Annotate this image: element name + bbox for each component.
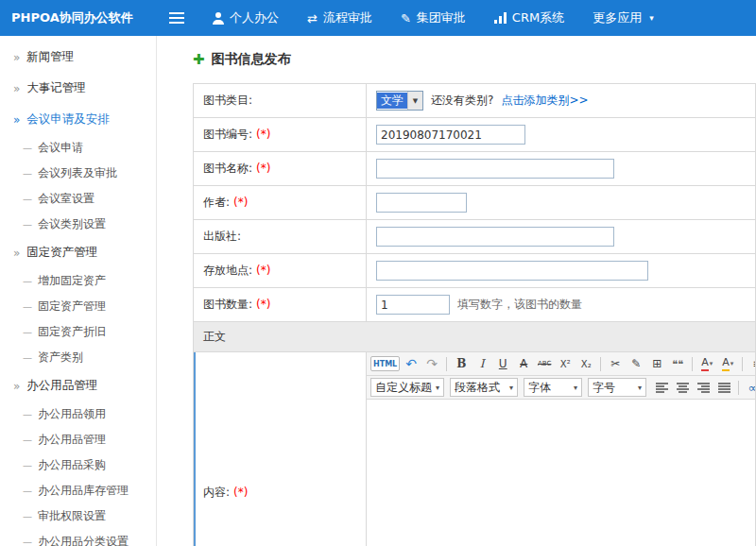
chevron-right-icon: » <box>13 247 20 259</box>
html-source-button[interactable]: HTML <box>370 356 400 371</box>
dash-icon: — <box>23 327 32 337</box>
custom-title-select[interactable]: 自定义标题 ▾ <box>370 378 444 397</box>
redo-button[interactable]: ↷ <box>422 354 441 373</box>
sidebar-item-supplies-management[interactable]: — 办公用品管理 <box>0 427 156 452</box>
eraser-button[interactable]: ✂ <box>606 354 625 373</box>
required-mark: (*) <box>256 162 270 175</box>
editor-content-area[interactable] <box>367 400 755 546</box>
format-brush-button[interactable]: ✎ <box>627 354 645 373</box>
caret-down-icon: ▾ <box>638 384 642 392</box>
align-left-button[interactable] <box>652 378 671 397</box>
location-input[interactable] <box>376 261 648 281</box>
sidebar-item-label: 会议室设置 <box>38 191 94 207</box>
sidebar-item-add-fixed-asset[interactable]: — 增加固定资产 <box>0 268 156 294</box>
blockquote-button[interactable]: ❝❝ <box>668 354 687 373</box>
dash-icon: — <box>23 409 32 419</box>
required-mark: (*) <box>256 264 270 277</box>
nav-crm-system[interactable]: CRM系统 <box>494 9 564 26</box>
sidebar-item-label: 办公用品库存管理 <box>38 483 129 499</box>
sidebar-item-meeting-list-approval[interactable]: — 会议列表及审批 <box>0 161 156 186</box>
sidebar-item-supplies-inventory[interactable]: — 办公用品库存管理 <box>0 478 156 503</box>
sidebar-item-fixed-assets[interactable]: » 固定资产管理 <box>0 237 156 268</box>
nav-more-apps[interactable]: 更多应用 ▾ <box>593 9 654 26</box>
nav-personal-office[interactable]: 个人办公 <box>212 9 279 26</box>
sidebar-item-events-management[interactable]: » 大事记管理 <box>0 73 156 104</box>
sidebar-item-approval-permission-settings[interactable]: — 审批权限设置 <box>0 503 156 529</box>
align-center-button[interactable] <box>673 378 692 397</box>
bold-button[interactable]: B <box>452 354 471 373</box>
main-content: ✚ 图书信息发布 图书类目: 文学 ▼ 还没有类别? 点击添加类别>> <box>157 36 756 546</box>
font-size-select[interactable]: 字号 ▾ <box>588 378 646 397</box>
dash-icon: — <box>23 276 32 286</box>
book-name-input[interactable] <box>376 159 614 179</box>
align-center-icon <box>677 383 689 393</box>
align-justify-button[interactable] <box>714 378 733 397</box>
align-right-button[interactable] <box>694 378 713 397</box>
sidebar-item-fixed-asset-depreciation[interactable]: — 固定资产折旧 <box>0 319 156 345</box>
user-icon <box>212 12 224 25</box>
nav-label: 更多应用 <box>593 9 642 26</box>
dash-icon: — <box>23 301 32 312</box>
sidebar-item-label: 会议申请及安排 <box>26 111 110 128</box>
dash-icon: — <box>23 537 32 546</box>
superscript-button[interactable]: X² <box>556 354 575 373</box>
sidebar-item-meeting-management[interactable]: » 会议申请及安排 <box>0 104 156 135</box>
sidebar-item-news-management[interactable]: » 新闻管理 <box>0 42 156 73</box>
sidebar-item-asset-category[interactable]: — 资产类别 <box>0 345 156 370</box>
sidebar-item-meeting-category-settings[interactable]: — 会议类别设置 <box>0 212 156 237</box>
sidebar-item-supplies-purchase[interactable]: — 办公用品采购 <box>0 452 156 478</box>
hamburger-menu-button[interactable] <box>157 12 197 24</box>
sidebar-item-label: 会议类别设置 <box>38 216 106 232</box>
undo-button[interactable]: ↶ <box>402 354 421 373</box>
font-color-button[interactable]: A ▾ <box>697 354 716 373</box>
category-select[interactable]: 文学 ▼ <box>376 91 423 111</box>
field-label: 内容:(*) <box>194 352 367 546</box>
book-form: 图书类目: 文学 ▼ 还没有类别? 点击添加类别>> 图书编号:(*) <box>193 83 756 546</box>
align-right-icon <box>697 383 710 393</box>
required-mark: (*) <box>256 298 270 311</box>
sidebar-item-meeting-apply[interactable]: — 会议申请 <box>0 135 156 161</box>
editor-toolbar-row1: HTML ↶ ↷ B I U A ABC X² X₂ ✂ ✎ <box>367 352 755 376</box>
sidebar-item-supplies-use[interactable]: — 办公用品领用 <box>0 401 156 427</box>
highlight-a-icon: A <box>722 356 730 370</box>
app-brand: PHPOA协同办公软件 <box>0 9 157 26</box>
sidebar-item-meeting-room-settings[interactable]: — 会议室设置 <box>0 186 156 212</box>
paragraph-format-select[interactable]: 段落格式 ▾ <box>450 378 518 397</box>
insert-link-button[interactable]: ∞ <box>744 378 755 397</box>
italic-button[interactable]: I <box>472 354 491 373</box>
nav-label: 个人办公 <box>230 9 279 26</box>
font-color-a-icon: A <box>701 356 709 370</box>
caret-down-icon: ▾ <box>509 384 513 392</box>
subscript-button[interactable]: X₂ <box>576 354 595 373</box>
nav-process-approval[interactable]: ⇄ 流程审批 <box>307 9 372 26</box>
sidebar-item-label: 审批权限设置 <box>38 508 106 524</box>
chevron-right-icon: » <box>13 381 20 392</box>
sidebar-item-supplies-category-settings[interactable]: — 办公用品分类设置 <box>0 529 156 546</box>
nav-group-approval[interactable]: ✎ 集团审批 <box>401 9 466 26</box>
field-label: 图书类目: <box>194 84 367 117</box>
top-nav: 个人办公 ⇄ 流程审批 ✎ 集团审批 CRM系统 更多应用 ▾ <box>212 9 654 26</box>
page-title: ✚ 图书信息发布 <box>193 51 756 68</box>
add-category-link[interactable]: 点击添加类别>> <box>501 93 588 109</box>
sidebar-item-fixed-asset-management[interactable]: — 固定资产管理 <box>0 294 156 319</box>
underline-button[interactable]: U <box>493 354 512 373</box>
field-label: 图书编号:(*) <box>194 118 367 151</box>
quantity-input[interactable] <box>376 295 450 315</box>
toolbar-separator <box>692 357 693 371</box>
font-family-select[interactable]: 字体 ▾ <box>524 378 582 397</box>
spellcheck-button[interactable]: ABC <box>535 354 554 373</box>
book-number-input[interactable] <box>376 125 525 145</box>
toolbar-separator <box>738 381 739 395</box>
paste-filter-button[interactable]: ⊞ <box>647 354 666 373</box>
field-label: 作者:(*) <box>194 186 367 219</box>
sidebar-item-label: 固定资产折旧 <box>38 324 106 340</box>
ordered-list-button[interactable]: ≡ <box>747 354 755 373</box>
publisher-input[interactable] <box>376 227 614 247</box>
sidebar-item-office-supplies[interactable]: » 办公用品管理 <box>0 370 156 401</box>
highlight-color-button[interactable]: A ▾ <box>718 354 737 373</box>
author-input[interactable] <box>376 193 467 213</box>
caret-down-icon: ▾ <box>436 384 439 392</box>
strikethrough-button[interactable]: A <box>514 354 533 373</box>
dash-icon: — <box>23 511 32 521</box>
required-mark: (*) <box>233 196 248 209</box>
